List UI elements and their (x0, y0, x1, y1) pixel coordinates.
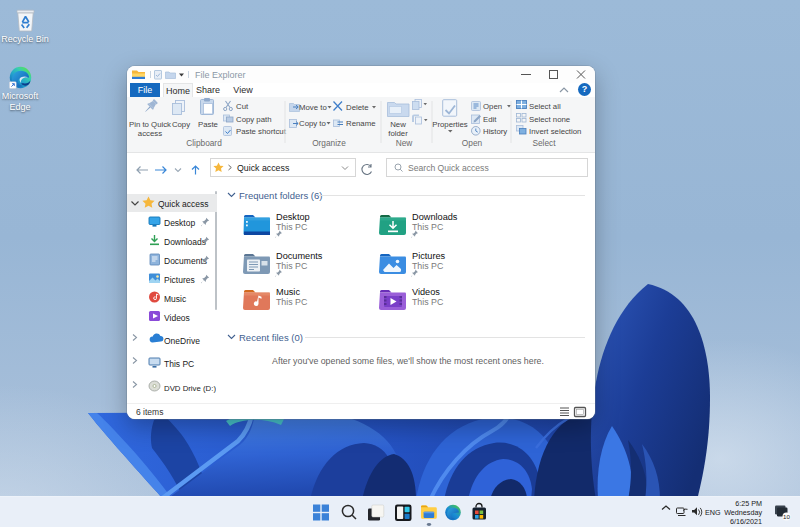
svg-text:Cut: Cut (236, 102, 249, 111)
svg-text:Select: Select (532, 138, 556, 148)
svg-text:Quick access: Quick access (158, 199, 209, 209)
svg-text:Pin to Quick: Pin to Quick (129, 120, 171, 129)
svg-text:Select all: Select all (529, 102, 561, 111)
svg-text:6:25 PM: 6:25 PM (735, 499, 762, 508)
svg-text:Desktop: Desktop (276, 212, 310, 222)
svg-text:Wednesday: Wednesday (724, 508, 762, 517)
svg-text:Open: Open (483, 102, 502, 111)
svg-text:History: History (483, 127, 507, 136)
svg-text:Videos: Videos (412, 287, 440, 297)
svg-text:Downloads: Downloads (412, 212, 458, 222)
svg-text:Pictures: Pictures (164, 275, 195, 285)
svg-text:After you've opened some files: After you've opened some files, we'll sh… (272, 356, 544, 366)
svg-text:Paste: Paste (198, 120, 218, 129)
svg-text:folder: folder (388, 129, 408, 138)
svg-text:6/16/2021: 6/16/2021 (730, 517, 762, 526)
svg-text:Videos: Videos (164, 313, 190, 323)
svg-text:Music: Music (276, 287, 300, 297)
svg-text:File Explorer: File Explorer (195, 70, 246, 80)
svg-text:Pictures: Pictures (412, 251, 446, 261)
svg-text:Frequent folders (6): Frequent folders (6) (239, 190, 322, 201)
svg-text:access: access (138, 129, 162, 138)
svg-text:Documents: Documents (276, 251, 323, 261)
svg-text:Quick access: Quick access (237, 163, 290, 173)
svg-text:Desktop: Desktop (164, 218, 195, 228)
svg-text:This PC: This PC (276, 297, 308, 307)
svg-text:Invert selection: Invert selection (529, 127, 581, 136)
svg-text:Copy: Copy (172, 120, 190, 129)
svg-text:Recent files (0): Recent files (0) (239, 332, 303, 343)
svg-text:Search Quick access: Search Quick access (408, 163, 489, 173)
svg-text:Open: Open (462, 138, 483, 148)
svg-text:Downloads: Downloads (164, 237, 206, 247)
svg-text:DVD Drive (D:) CC: DVD Drive (D:) CC (164, 384, 216, 393)
svg-text:Copy to: Copy to (299, 119, 327, 128)
svg-text:OneDrive: OneDrive (164, 336, 200, 346)
svg-text:This PC: This PC (412, 222, 444, 232)
svg-text:Delete: Delete (346, 103, 369, 112)
svg-text:Paste shortcut: Paste shortcut (236, 127, 287, 136)
svg-text:New: New (396, 138, 414, 148)
svg-text:Copy path: Copy path (236, 115, 272, 124)
svg-text:Properties: Properties (432, 120, 468, 129)
svg-text:Clipboard: Clipboard (186, 138, 222, 148)
svg-text:10: 10 (783, 513, 790, 520)
svg-text:Edit: Edit (483, 115, 497, 124)
svg-text:Documents: Documents (164, 256, 207, 266)
svg-text:This PC: This PC (276, 261, 308, 271)
svg-text:This PC: This PC (164, 359, 194, 369)
svg-text:This PC: This PC (412, 297, 444, 307)
svg-text:Rename: Rename (346, 119, 375, 128)
svg-text:New: New (390, 120, 406, 129)
svg-text:Select none: Select none (529, 115, 570, 124)
svg-text:Music: Music (164, 294, 187, 304)
svg-text:Move to: Move to (299, 103, 327, 112)
svg-text:Organize: Organize (312, 138, 346, 148)
svg-text:This PC: This PC (412, 261, 444, 271)
svg-text:ENG: ENG (705, 508, 721, 517)
svg-text:This PC: This PC (276, 222, 308, 232)
